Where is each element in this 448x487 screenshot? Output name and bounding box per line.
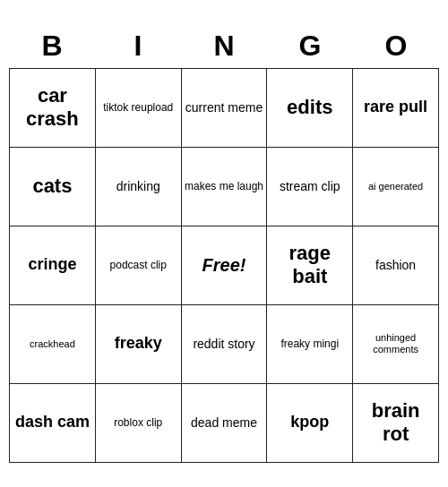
cell-2-2: Free! — [181, 226, 267, 304]
cell-text-4-2: dead meme — [185, 415, 264, 431]
cell-3-1: freaky — [95, 304, 181, 383]
cell-4-2: dead meme — [181, 383, 267, 462]
cell-text-2-4: fashion — [356, 258, 435, 273]
cell-text-3-4: unhinged comments — [356, 332, 435, 355]
cell-1-1: drinking — [95, 147, 181, 226]
grid-row-3: crackheadfreakyreddit storyfreaky mingiu… — [10, 304, 439, 383]
header-letter-b: B — [9, 24, 95, 68]
cell-2-3: rage bait — [267, 226, 353, 304]
cell-text-4-1: roblox clip — [99, 416, 178, 429]
bingo-header: BINGO — [9, 24, 439, 68]
cell-1-3: stream clip — [267, 147, 353, 226]
cell-text-0-2: current meme — [185, 100, 264, 115]
cell-text-4-4: brain rot — [356, 399, 435, 447]
cell-0-1: tiktok reupload — [95, 68, 181, 147]
cell-text-3-2: reddit story — [185, 337, 264, 352]
cell-3-4: unhinged comments — [353, 304, 439, 383]
cell-3-3: freaky mingi — [267, 304, 353, 383]
cell-2-4: fashion — [353, 226, 439, 304]
cell-text-0-0: car crash — [13, 84, 92, 132]
cell-text-1-3: stream clip — [270, 179, 349, 194]
cell-text-3-3: freaky mingi — [270, 337, 349, 350]
cell-4-3: kpop — [267, 383, 353, 462]
grid-row-4: dash camroblox clipdead memekpopbrain ro… — [10, 383, 439, 462]
cell-text-1-2: makes me laugh — [185, 180, 264, 192]
cell-text-2-1: podcast clip — [99, 259, 178, 271]
cell-4-0: dash cam — [10, 383, 96, 462]
header-letter-o: O — [353, 24, 439, 68]
cell-text-3-1: freaky — [99, 334, 178, 354]
grid-row-0: car crashtiktok reuploadcurrent memeedit… — [10, 68, 439, 147]
cell-text-3-0: crackhead — [13, 338, 92, 350]
cell-text-4-3: kpop — [270, 413, 349, 432]
cell-text-2-0: cringe — [13, 255, 92, 275]
header-letter-i: I — [95, 24, 181, 68]
cell-text-0-4: rare pull — [356, 98, 435, 117]
cell-2-0: cringe — [10, 226, 96, 304]
cell-text-0-1: tiktok reupload — [99, 101, 178, 114]
header-letter-n: N — [181, 24, 267, 68]
cell-text-4-0: dash cam — [13, 413, 92, 432]
cell-text-2-3: rage bait — [270, 242, 349, 289]
cell-0-4: rare pull — [353, 68, 439, 147]
grid-row-1: catsdrinkingmakes me laughstream clipai … — [10, 147, 439, 226]
cell-text-1-0: cats — [13, 175, 92, 198]
cell-1-0: cats — [10, 147, 96, 226]
cell-text-1-1: drinking — [99, 179, 178, 194]
cell-4-4: brain rot — [353, 383, 439, 462]
cell-0-0: car crash — [10, 68, 96, 147]
cell-0-2: current meme — [181, 68, 267, 147]
bingo-grid: car crashtiktok reuploadcurrent memeedit… — [9, 68, 439, 463]
cell-0-3: edits — [267, 68, 353, 147]
cell-1-2: makes me laugh — [181, 147, 267, 226]
cell-3-0: crackhead — [10, 304, 96, 383]
grid-row-2: cringepodcast clipFree!rage baitfashion — [10, 226, 439, 304]
cell-4-1: roblox clip — [95, 383, 181, 462]
cell-text-0-3: edits — [270, 96, 349, 119]
header-letter-g: G — [267, 24, 353, 68]
cell-text-1-4: ai generated — [356, 181, 435, 192]
cell-1-4: ai generated — [353, 147, 439, 226]
cell-3-2: reddit story — [181, 304, 267, 383]
cell-text-2-2: Free! — [185, 254, 264, 276]
cell-2-1: podcast clip — [95, 226, 181, 304]
